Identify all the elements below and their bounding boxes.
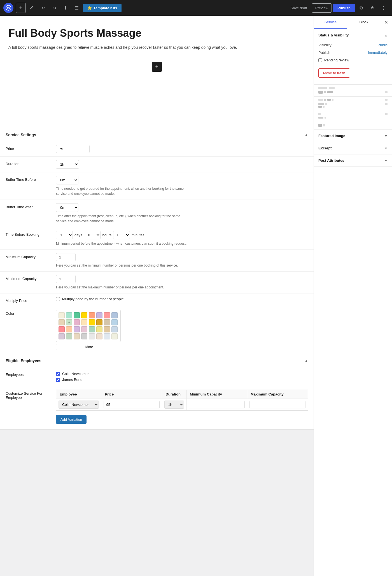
edit-button[interactable] (27, 3, 37, 13)
table-cell-price (101, 399, 162, 411)
buffer-before-label: Buffer Time Before (6, 176, 56, 182)
color-swatch-27[interactable] (81, 333, 87, 339)
hours-label: hours (102, 233, 111, 237)
color-swatch-8[interactable] (59, 319, 65, 325)
excerpt-header[interactable]: Excerpt ▼ (314, 142, 392, 154)
employee-select[interactable]: Colin Newcomer James Bond (59, 401, 99, 409)
excerpt-title: Excerpt (318, 146, 332, 150)
color-row: Color More (0, 306, 314, 354)
sidebar-close-button[interactable]: ✕ (381, 16, 392, 29)
customize-service-label: Customize Service For Employee (6, 390, 56, 400)
color-swatch-30[interactable] (104, 333, 110, 339)
color-swatch-7[interactable] (111, 312, 118, 318)
color-swatch-19[interactable] (81, 326, 87, 332)
tab-service[interactable]: Service (314, 16, 347, 29)
color-swatch-26[interactable] (74, 333, 80, 339)
color-swatch-15[interactable] (111, 319, 118, 325)
color-swatch-4[interactable] (89, 312, 95, 318)
color-swatch-12[interactable] (89, 319, 95, 325)
color-swatch-24[interactable] (59, 333, 65, 339)
post-title[interactable]: Full Body Sports Massage (0, 16, 314, 44)
visibility-value[interactable]: Public (378, 43, 388, 47)
tab-block[interactable]: Block (347, 16, 381, 29)
color-swatch-22[interactable] (104, 326, 110, 332)
color-swatch-10[interactable] (74, 319, 80, 325)
color-swatch-31[interactable] (111, 333, 118, 339)
employee-colin-checkbox[interactable] (56, 372, 60, 376)
buffer-after-select[interactable]: 0m5m10m15m30m (56, 203, 78, 212)
status-visibility-header[interactable]: Status & visibility ▲ (314, 29, 392, 41)
time-before-minutes-select[interactable]: 01530 (113, 231, 130, 239)
featured-image-section: Featured image ▼ (314, 130, 392, 142)
save-draft-button[interactable]: Save draft (287, 4, 311, 12)
color-swatch-29[interactable] (96, 333, 102, 339)
buffer-before-select[interactable]: 0m5m10m15m30m (56, 176, 78, 184)
price-input[interactable] (56, 145, 90, 153)
color-swatch-25[interactable] (66, 333, 72, 339)
min-capacity-control: Here you can set the minimum number of p… (56, 253, 308, 268)
undo-button[interactable]: ↩ (38, 3, 48, 13)
excerpt-chevron: ▼ (384, 147, 388, 150)
eligible-employees-header[interactable]: Eligible Employees ▲ (0, 354, 314, 367)
add-block-button[interactable]: + (16, 3, 26, 13)
price-control (56, 145, 308, 153)
color-swatch-21[interactable] (96, 326, 102, 332)
color-swatch-11[interactable] (81, 319, 87, 325)
plugins-button[interactable] (367, 3, 377, 13)
duration-select[interactable]: 15m30m45m1h1h30m2h (56, 160, 79, 169)
time-before-days-select[interactable]: 123 (56, 231, 73, 239)
color-swatch-3[interactable] (81, 312, 87, 318)
panel-preview-row2 (314, 97, 392, 110)
color-swatch-17[interactable] (66, 326, 72, 332)
color-swatch-2[interactable] (74, 312, 80, 318)
variation-price-input[interactable] (104, 401, 160, 408)
max-capacity-input[interactable] (56, 275, 76, 283)
add-block-canvas-button[interactable]: + (152, 62, 162, 72)
post-attributes-title: Post Attributes (318, 158, 344, 163)
color-swatch-28[interactable] (89, 333, 95, 339)
time-before-hours-select[interactable]: 012 (84, 231, 101, 239)
color-swatch-13[interactable] (96, 319, 102, 325)
variation-max-cap-input[interactable] (249, 401, 305, 408)
color-swatch-0[interactable] (59, 312, 65, 318)
pending-review-checkbox[interactable] (318, 58, 322, 62)
more-button[interactable]: ⋮ (379, 3, 389, 13)
publish-button[interactable]: Publish (333, 4, 355, 12)
multiply-price-checkbox-row[interactable]: Multiply price by the number of people. (56, 297, 308, 301)
info-button[interactable]: ℹ (60, 3, 71, 13)
color-swatch-1[interactable] (66, 312, 72, 318)
color-swatch-5[interactable] (96, 312, 102, 318)
add-variation-button[interactable]: Add Variation (56, 415, 87, 424)
template-kits-button[interactable]: ⭐ Template Kits (83, 4, 122, 12)
list-button[interactable]: ☰ (72, 3, 82, 13)
post-attributes-header[interactable]: Post Attributes ▼ (314, 154, 392, 166)
featured-image-header[interactable]: Featured image ▼ (314, 130, 392, 142)
sidebar: Service Block ✕ Status & visibility ▲ Vi… (314, 16, 392, 576)
color-swatch-16[interactable] (59, 326, 65, 332)
variation-duration-select[interactable]: 15m30m45m1h (164, 401, 184, 409)
post-body[interactable]: A full body sports massage designed to r… (0, 44, 314, 56)
color-swatch-6[interactable] (104, 312, 110, 318)
publish-value[interactable]: Immediately (368, 50, 388, 55)
color-swatch-20[interactable] (89, 326, 95, 332)
service-settings-header[interactable]: Service Settings ▲ (0, 128, 314, 142)
employee-james-checkbox[interactable] (56, 378, 60, 382)
color-more-button[interactable]: More (56, 344, 122, 350)
preview-button[interactable]: Preview (312, 3, 332, 13)
employee-colin-check[interactable]: Colin Newcomer (56, 371, 308, 377)
buffer-after-hint: Time after the appointment (rest, cleanu… (56, 214, 190, 224)
employee-james-check[interactable]: James Bond (56, 377, 308, 383)
multiply-price-control: Multiply price by the number of people. (56, 297, 308, 301)
status-visibility-body: Visibility Public Publish Immediately Pe… (314, 41, 392, 84)
color-swatch-9[interactable] (66, 319, 72, 325)
color-swatch-23[interactable] (111, 326, 118, 332)
variation-min-cap-input[interactable] (189, 401, 245, 408)
color-control: More (56, 310, 308, 350)
redo-button[interactable]: ↪ (49, 3, 59, 13)
color-swatch-18[interactable] (74, 326, 80, 332)
settings-button[interactable]: ⚙ (356, 3, 366, 13)
color-swatch-14[interactable] (104, 319, 110, 325)
multiply-price-checkbox[interactable] (56, 297, 60, 301)
min-capacity-input[interactable] (56, 253, 76, 261)
move-to-trash-button[interactable]: Move to trash (318, 68, 350, 78)
